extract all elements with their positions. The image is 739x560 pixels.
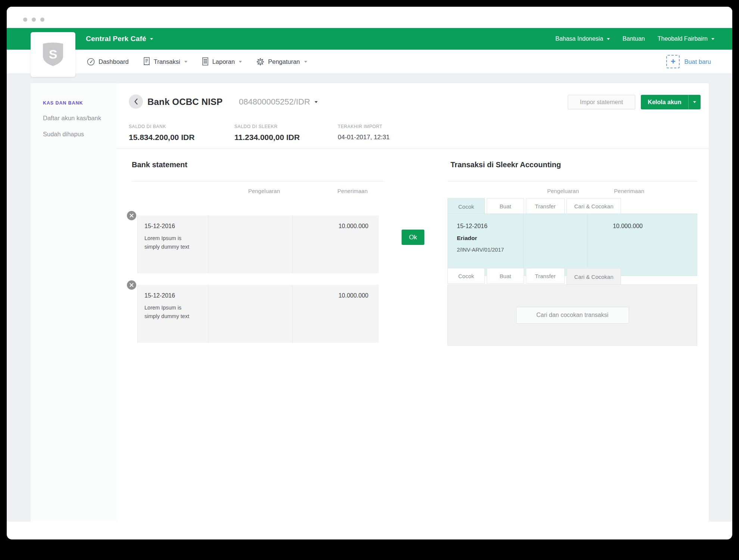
header-divider: [116, 149, 709, 149]
receipt-icon: [143, 57, 150, 66]
account-number-selector[interactable]: 084800005252/IDR: [239, 97, 318, 107]
plus-icon: +: [666, 55, 680, 68]
user-menu[interactable]: Theobald Fairbairn: [658, 35, 714, 42]
top-bar: Central Perk Café Bahasa Indonesia Bantu…: [7, 28, 732, 50]
sidebar-item-daftar-akun[interactable]: Daftar akun kas/bank: [43, 115, 116, 122]
column-header-penerimaan: Penerimaan: [573, 188, 644, 194]
window-dot-icon[interactable]: [40, 18, 44, 22]
dashboard-gauge-icon: [87, 57, 95, 66]
page-title: Bank OCBC NISP: [147, 97, 223, 107]
window-controls[interactable]: [23, 18, 44, 22]
statement-penerimaan: 10.000.000: [292, 285, 379, 343]
gear-icon: [256, 57, 265, 66]
main-nav: Dashboard Transaksi: [7, 50, 732, 74]
stat-saldo-di-bank: SALDO DI BANK 15.834.200,00 IDR: [129, 124, 194, 142]
tab-buat[interactable]: Buat: [487, 268, 524, 284]
sidebar: KAS DAN BANK Daftar akun kas/bank Sudah …: [31, 83, 116, 522]
language-selector[interactable]: Bahasa Indonesia: [555, 35, 610, 42]
tab-cari-cocokan[interactable]: Cari & Cocokan: [567, 268, 621, 285]
bank-statement-title: Bank statement: [132, 161, 187, 169]
statement-row[interactable]: 15-12-2016 Lorem Ipsum is simply dummy t…: [137, 215, 379, 273]
sidebar-section-kas-dan-bank: KAS DAN BANK: [43, 100, 116, 106]
statement-description: Lorem Ipsum is simply dummy text: [144, 304, 191, 321]
transaction-penerimaan: 10.000.000: [587, 214, 697, 276]
column-header-penerimaan: Penerimaan: [297, 188, 368, 194]
match-tabs: Cocok Buat Transfer Cari & Cocokan: [448, 268, 621, 285]
transaction-date: 15-12-2016: [457, 223, 523, 230]
chevron-down-icon: [693, 101, 696, 103]
statement-pengeluaran: [208, 285, 292, 343]
account-detail-card: Bank OCBC NISP 084800005252/IDR Impor st…: [116, 83, 709, 522]
chevron-down-icon: [304, 61, 307, 63]
report-icon: [202, 57, 209, 66]
divider: [132, 181, 383, 181]
stat-saldo-di-sleekr: SALDO DI SLEEKR 11.234.000,00 IDR: [234, 124, 300, 142]
page-content: KAS DAN BANK Daftar akun kas/bank Sudah …: [7, 74, 732, 522]
chevron-down-icon: [315, 101, 318, 103]
company-name: Central Perk Café: [86, 35, 146, 43]
tab-cari-cocokan[interactable]: Cari & Cocokan: [567, 198, 621, 214]
app-window: Central Perk Café Bahasa Indonesia Bantu…: [7, 7, 732, 539]
ok-match-button[interactable]: Ok: [402, 230, 424, 245]
window-dot-icon[interactable]: [23, 18, 27, 22]
chevron-down-icon: [711, 38, 714, 40]
sidebar-item-sudah-dihapus[interactable]: Sudah dihapus: [43, 131, 116, 138]
stat-terakhir-import: TERAKHIR IMPORT 04-01-2017, 12:31: [338, 124, 390, 141]
statement-penerimaan: 10.000.000: [292, 215, 379, 273]
language-label: Bahasa Indonesia: [555, 35, 603, 42]
user-name: Theobald Fairbairn: [658, 35, 708, 42]
chevron-down-icon: [184, 61, 187, 63]
manage-account-button[interactable]: Kelola akun: [641, 95, 701, 109]
column-header-pengeluaran: Pengeluaran: [209, 188, 280, 194]
tab-transfer[interactable]: Transfer: [526, 268, 565, 284]
statement-row[interactable]: 15-12-2016 Lorem Ipsum is simply dummy t…: [137, 285, 379, 343]
statement-date: 15-12-2016: [144, 292, 208, 299]
search-match-panel: Cari dan cocokan transaksi: [448, 284, 697, 346]
window-dot-icon[interactable]: [32, 18, 36, 22]
matched-transaction-card[interactable]: 15-12-2016 Eriador 2/INV-ARV/01/2017 10.…: [448, 214, 697, 276]
nav-item-dashboard[interactable]: Dashboard: [87, 57, 129, 66]
company-logo[interactable]: S: [31, 32, 75, 77]
match-tabs: Cocok Buat Transfer Cari & Cocokan: [448, 198, 621, 214]
transaction-reference: 2/INV-ARV/01/2017: [457, 247, 523, 253]
create-new-button[interactable]: + Buat baru: [666, 50, 711, 74]
import-statement-button[interactable]: Impor statement: [568, 95, 635, 109]
nav-item-pengaturan[interactable]: Pengaturan: [256, 57, 307, 66]
transaction-contact: Eriador: [457, 235, 523, 242]
sleekr-transactions-title: Transaksi di Sleekr Accounting: [450, 161, 561, 169]
tab-cocok[interactable]: Cocok: [448, 198, 485, 214]
remove-statement-icon[interactable]: [126, 210, 137, 221]
window-titlebar: [7, 7, 732, 28]
chevron-down-icon: [239, 61, 242, 63]
statement-date: 15-12-2016: [144, 223, 208, 230]
company-switcher[interactable]: Central Perk Café: [86, 28, 153, 50]
tab-transfer[interactable]: Transfer: [526, 198, 565, 214]
shield-logo-icon: S: [42, 42, 64, 67]
chevron-down-icon: [607, 38, 610, 40]
help-link[interactable]: Bantuan: [623, 35, 645, 42]
nav-item-laporan[interactable]: Laporan: [202, 57, 242, 66]
chevron-down-icon: [150, 38, 153, 40]
tab-cocok[interactable]: Cocok: [448, 268, 485, 284]
transaction-pengeluaran: [523, 214, 587, 276]
chevron-left-icon: [134, 98, 138, 105]
divider: [448, 181, 697, 181]
svg-text:S: S: [49, 47, 57, 61]
column-header-pengeluaran: Pengeluaran: [508, 188, 579, 194]
back-button[interactable]: [129, 94, 143, 109]
tab-buat[interactable]: Buat: [487, 198, 524, 214]
search-and-match-button[interactable]: Cari dan cocokan transaksi: [516, 307, 629, 324]
nav-item-transaksi[interactable]: Transaksi: [143, 57, 187, 66]
manage-account-dropdown[interactable]: [688, 95, 701, 109]
statement-pengeluaran: [208, 215, 292, 273]
remove-statement-icon[interactable]: [126, 280, 137, 290]
statement-description: Lorem Ipsum is simply dummy text: [144, 234, 191, 251]
